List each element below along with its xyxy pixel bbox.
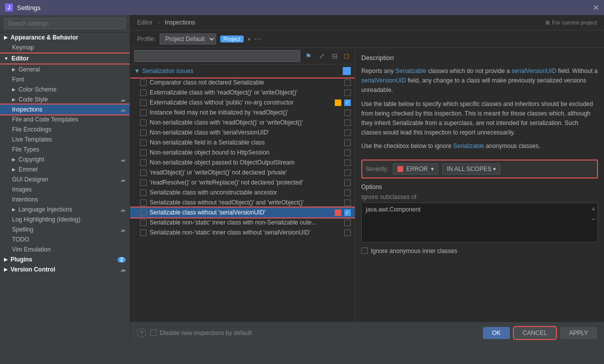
close-button[interactable]: ✕ bbox=[592, 3, 599, 12]
expand-all-button[interactable]: ⤢ bbox=[317, 51, 327, 61]
search-input[interactable] bbox=[4, 18, 126, 29]
for-current-project-button[interactable]: 🖥 For current project bbox=[544, 20, 597, 26]
item-14-right-checkbox[interactable] bbox=[344, 210, 351, 216]
item-15-right-checkbox[interactable] bbox=[344, 220, 351, 226]
sidebar-item-general[interactable]: ▶ General bbox=[0, 64, 130, 74]
sidebar-item-color-scheme[interactable]: ▶ Color Scheme bbox=[0, 84, 130, 94]
item-7-right-checkbox[interactable] bbox=[344, 140, 351, 146]
sidebar-item-todo[interactable]: TODO bbox=[0, 234, 130, 244]
sidebar-item-spelling[interactable]: Spelling ☁ bbox=[0, 224, 130, 234]
serial-version-uid-link1: serialVersionUID bbox=[511, 68, 556, 74]
item-4-right-checkbox[interactable] bbox=[344, 110, 351, 116]
item-9-checkbox[interactable] bbox=[140, 160, 147, 166]
sidebar-item-plugins[interactable]: ▶ Plugins 2 bbox=[0, 254, 130, 264]
sidebar-item-keymap[interactable]: Keymap bbox=[0, 42, 130, 52]
serialization-group-header[interactable]: ▼ Serialization issues bbox=[130, 64, 355, 78]
inspection-item-7[interactable]: Non-serializable field in a Serializable… bbox=[130, 138, 355, 148]
item-2-right-checkbox[interactable] bbox=[344, 90, 351, 96]
item-6-checkbox[interactable] bbox=[140, 130, 147, 136]
item-9-right-checkbox[interactable] bbox=[344, 160, 351, 166]
sidebar-item-emmet[interactable]: ▶ Emmet bbox=[0, 164, 130, 174]
profile-dropdown-arrow[interactable]: ▾ bbox=[248, 36, 250, 42]
sidebar-item-code-style[interactable]: ▶ Code Style ☁ bbox=[0, 94, 130, 104]
item-6-right-checkbox[interactable] bbox=[344, 130, 351, 136]
sidebar-item-editor[interactable]: ▼ Editor bbox=[0, 54, 130, 64]
item-1-checkbox[interactable] bbox=[140, 80, 147, 86]
item-2-checkbox[interactable] bbox=[140, 90, 147, 96]
item-12-right-checkbox[interactable] bbox=[344, 190, 351, 196]
sidebar-item-language-injections[interactable]: ▶ Language Injections ☁ bbox=[0, 204, 130, 214]
inspection-item-9[interactable]: Non-serializable object passed to Object… bbox=[130, 158, 355, 168]
item-8-checkbox[interactable] bbox=[140, 150, 147, 156]
help-button[interactable]: ? bbox=[137, 328, 146, 338]
profile-menu-button[interactable]: ⋯ bbox=[254, 35, 262, 43]
inspection-item-8[interactable]: Non-serializable object bound to HttpSes… bbox=[130, 148, 355, 158]
item-11-checkbox[interactable] bbox=[140, 180, 147, 186]
group-checkbox[interactable] bbox=[343, 67, 351, 75]
sidebar-item-gui-designer[interactable]: GUI Designer ☁ bbox=[0, 174, 130, 184]
inspection-item-11[interactable]: 'readResolve()' or 'writeReplace()' not … bbox=[130, 178, 355, 188]
disable-new-inspections-checkbox[interactable] bbox=[150, 330, 157, 336]
item-14-checkbox[interactable] bbox=[140, 210, 147, 216]
sidebar-item-vim-emulation[interactable]: Vim Emulation bbox=[0, 244, 130, 254]
inspection-item-4[interactable]: Instance field may not be initialized by… bbox=[130, 108, 355, 118]
sidebar-item-inspections[interactable]: Inspections ☁ bbox=[0, 104, 130, 114]
inspection-item-16[interactable]: Serializable non-'static' inner class wi… bbox=[130, 228, 355, 238]
cancel-button[interactable]: CANCEL bbox=[514, 327, 556, 339]
profile-select[interactable]: Project Default bbox=[160, 34, 216, 44]
item-16-right-checkbox[interactable] bbox=[344, 230, 351, 236]
sidebar-item-images[interactable]: Images bbox=[0, 184, 130, 194]
inspection-item-14[interactable]: Serializable class without 'serialVersio… bbox=[130, 208, 355, 218]
item-15-checkbox[interactable] bbox=[140, 220, 147, 226]
sidebar-item-file-encodings[interactable]: File Encodings bbox=[0, 124, 130, 134]
warning-button[interactable]: □ bbox=[343, 51, 351, 61]
sidebar-item-log-highlighting[interactable]: Log Highlighting (Ideolog) bbox=[0, 214, 130, 224]
sidebar-item-copyright[interactable]: ▶ Copyright ☁ bbox=[0, 154, 130, 164]
remove-class-button[interactable]: − bbox=[591, 215, 595, 223]
item-12-checkbox[interactable] bbox=[140, 190, 147, 196]
collapse-all-button[interactable]: ⊟ bbox=[330, 51, 340, 61]
item-3-checkbox[interactable] bbox=[140, 100, 147, 106]
sidebar-item-intentions[interactable]: Intentions bbox=[0, 194, 130, 204]
inspection-item-12[interactable]: Serializable class with unconstructable … bbox=[130, 188, 355, 198]
severity-color-dot bbox=[397, 166, 403, 172]
inspection-item-15[interactable]: Serializable non-'static' inner class wi… bbox=[130, 218, 355, 228]
sidebar-item-font[interactable]: Font bbox=[0, 74, 130, 84]
ignore-subclasses-textarea[interactable]: java.awt.Component + − bbox=[361, 202, 598, 242]
item-4-checkbox[interactable] bbox=[140, 110, 147, 116]
inspection-item-6[interactable]: Non-serializable class with 'serialVersi… bbox=[130, 128, 355, 138]
ignore-anonymous-checkbox[interactable] bbox=[361, 248, 368, 254]
inspection-item-10[interactable]: 'readObject()' or 'writeObject()' not de… bbox=[130, 168, 355, 178]
ok-button[interactable]: OK bbox=[483, 327, 509, 339]
item-10-checkbox[interactable] bbox=[140, 170, 147, 176]
item-7-checkbox[interactable] bbox=[140, 140, 147, 146]
item-3-right-checkbox[interactable] bbox=[344, 100, 351, 106]
sidebar-item-live-templates[interactable]: Live Templates bbox=[0, 134, 130, 144]
severity-select[interactable]: ERROR ▾ bbox=[393, 164, 438, 174]
filter-button[interactable]: ⚑ bbox=[303, 51, 314, 61]
inspection-item-5[interactable]: Non-serializable class with 'readObject(… bbox=[130, 118, 355, 128]
ignore-anonymous-label: Ignore anonymous inner classes bbox=[371, 248, 457, 254]
apply-button[interactable]: APPLY bbox=[560, 327, 597, 339]
item-1-right-checkbox[interactable] bbox=[344, 80, 351, 86]
item-11-right-checkbox[interactable] bbox=[344, 180, 351, 186]
inspection-item-13[interactable]: Serializable class without 'readObject()… bbox=[130, 198, 355, 208]
sidebar-item-appearance-behavior[interactable]: ▶ Appearance & Behavior bbox=[0, 32, 130, 42]
bottom-bar: ? Disable new inspections by default OK … bbox=[130, 322, 604, 343]
item-13-right-checkbox[interactable] bbox=[344, 200, 351, 206]
inspection-item-2[interactable]: Externalizable class with 'readObject()'… bbox=[130, 88, 355, 98]
item-5-checkbox[interactable] bbox=[140, 120, 147, 126]
inspection-item-1[interactable]: Comparator class not declared Serializab… bbox=[130, 78, 355, 88]
inspection-item-3[interactable]: Externalizable class without 'public' no… bbox=[130, 98, 355, 108]
item-10-right-checkbox[interactable] bbox=[344, 170, 351, 176]
sidebar-item-version-control[interactable]: ▶ Version Control ☁ bbox=[0, 264, 130, 274]
scope-select[interactable]: IN ALL SCOPES ▾ bbox=[442, 164, 500, 174]
item-13-checkbox[interactable] bbox=[140, 200, 147, 206]
sidebar-item-file-types[interactable]: File Types bbox=[0, 144, 130, 154]
add-class-button[interactable]: + bbox=[591, 205, 595, 213]
item-5-right-checkbox[interactable] bbox=[344, 120, 351, 126]
item-16-checkbox[interactable] bbox=[140, 230, 147, 236]
inspection-search-input[interactable] bbox=[134, 50, 300, 62]
sidebar-item-file-code-templates[interactable]: File and Code Templates bbox=[0, 114, 130, 124]
item-8-right-checkbox[interactable] bbox=[344, 150, 351, 156]
